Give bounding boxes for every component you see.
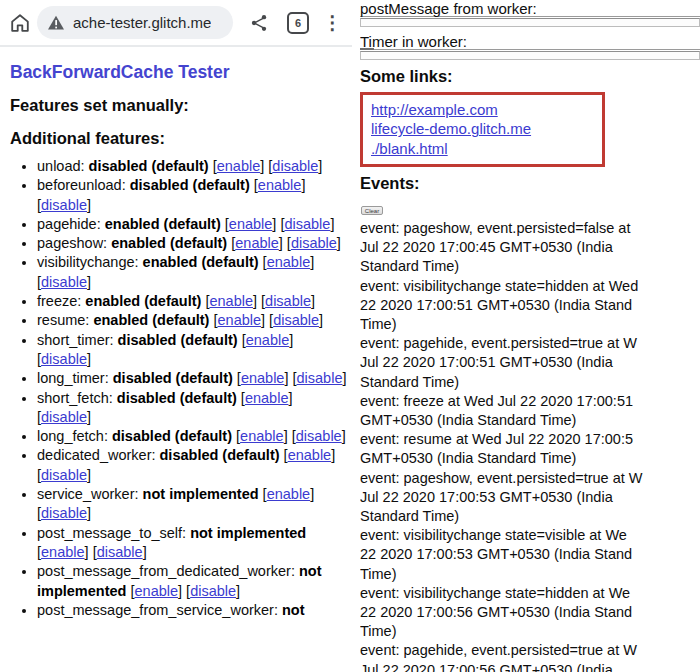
event-log-line: Jul 22 2020 17:00:45 GMT+0530 (India bbox=[360, 238, 700, 257]
event-log-line: 22 2020 17:00:51 GMT+0530 (India Stand bbox=[360, 296, 700, 315]
feature-item: beforeunload: disabled (default) [enable… bbox=[37, 176, 350, 215]
feature-item: short_fetch: disabled (default) [enable]… bbox=[37, 389, 350, 428]
feature-item: post_message_to_self: not implemented [e… bbox=[37, 524, 350, 563]
short_fetch-enable-link[interactable]: enable bbox=[245, 390, 289, 406]
beforeunload-enable-link[interactable]: enable bbox=[258, 177, 302, 193]
event-log-line: Jul 22 2020 17:00:51 GMT+0530 (India bbox=[360, 353, 700, 372]
event-log-line: GMT+0530 (India Standard Time) bbox=[360, 449, 700, 468]
tab-switcher-button[interactable]: 6 bbox=[287, 12, 309, 34]
pagehide-enable-link[interactable]: enable bbox=[229, 216, 273, 232]
annotation-red-box: http://example.comlifecycle-demo.glitch.… bbox=[360, 92, 605, 167]
event-log-line: 22 2020 17:00:56 GMT+0530 (India Stand bbox=[360, 603, 700, 622]
pagehide-disable-link[interactable]: disable bbox=[284, 216, 330, 232]
event-log-line: Jul 22 2020 17:00:56 GMT+0530 (India bbox=[360, 661, 700, 672]
feature-item: post_message_from_service_worker: not bbox=[37, 601, 350, 620]
long_fetch-enable-link[interactable]: enable bbox=[240, 428, 284, 444]
event-log-line: event: freeze at Wed Jul 22 2020 17:00:5… bbox=[360, 392, 700, 411]
event-log-line: Time) bbox=[360, 315, 700, 334]
url-text[interactable]: ache-tester.glitch.me bbox=[73, 14, 211, 31]
event-log-line: event: pageshow, event.persisted=false a… bbox=[360, 219, 700, 238]
event-log-line: event: pageshow, event.persisted=true at… bbox=[360, 469, 700, 488]
security-warning-icon[interactable] bbox=[47, 15, 65, 31]
feature-item: service_worker: not implemented [enable]… bbox=[37, 485, 350, 524]
worker-output-value-0 bbox=[360, 18, 700, 27]
long_timer-disable-link[interactable]: disable bbox=[297, 370, 343, 386]
share-icon[interactable] bbox=[247, 11, 271, 35]
worker-output-value-1 bbox=[360, 51, 700, 60]
heading-additional-features: Additional features: bbox=[10, 129, 350, 148]
beforeunload-disable-link[interactable]: disable bbox=[41, 197, 87, 213]
service_worker-enable-link[interactable]: enable bbox=[267, 486, 311, 502]
feature-item: short_timer: disabled (default) [enable]… bbox=[37, 331, 350, 370]
dedicated_worker-enable-link[interactable]: enable bbox=[288, 447, 332, 463]
post_message_to_self-disable-link[interactable]: disable bbox=[97, 544, 143, 560]
resume-disable-link[interactable]: disable bbox=[273, 312, 319, 328]
event-log-line: Time) bbox=[360, 622, 700, 641]
dedicated_worker-disable-link[interactable]: disable bbox=[41, 467, 87, 483]
post_message_to_self-enable-link[interactable]: enable bbox=[41, 544, 85, 560]
hr-fragment bbox=[360, 48, 374, 50]
event-log-line: Time) bbox=[360, 565, 700, 584]
unload-disable-link[interactable]: disable bbox=[272, 158, 318, 174]
event-log-line: 22 2020 17:00:53 GMT+0530 (India Stand bbox=[360, 545, 700, 564]
worker-output-label-1: Timer in worker: bbox=[360, 33, 700, 50]
feature-item: visibilitychange: enabled (default) [ena… bbox=[37, 253, 350, 292]
page-content-left: BackForwardCache Tester Features set man… bbox=[0, 62, 352, 620]
features-list: unload: disabled (default) [enable] [dis… bbox=[10, 157, 350, 620]
event-log-line: event: pagehide, event.persisted=true at… bbox=[360, 334, 700, 353]
unload-enable-link[interactable]: enable bbox=[217, 158, 261, 174]
feature-item: unload: disabled (default) [enable] [dis… bbox=[37, 157, 350, 176]
event-log-line: Standard Time) bbox=[360, 507, 700, 526]
event-log-line: Standard Time) bbox=[360, 373, 700, 392]
short_timer-disable-link[interactable]: disable bbox=[41, 351, 87, 367]
some-link-1[interactable]: lifecycle-demo.glitch.me bbox=[371, 119, 594, 138]
event-log-line: event: pagehide, event.persisted=true at… bbox=[360, 641, 700, 660]
tab-count: 6 bbox=[295, 17, 301, 29]
event-log-line: Jul 22 2020 17:00:53 GMT+0530 (India bbox=[360, 488, 700, 507]
worker-output-label-0: postMessage from worker: bbox=[360, 0, 700, 17]
event-log-line: GMT+0530 (India Standard Time) bbox=[360, 411, 700, 430]
browser-toolbar: ache-tester.glitch.me 6 ⋮ bbox=[0, 0, 352, 47]
address-bar[interactable]: ache-tester.glitch.me bbox=[37, 6, 233, 39]
feature-item: pageshow: enabled (default) [enable] [di… bbox=[37, 234, 350, 253]
event-log-line: event: resume at Wed Jul 22 2020 17:00:5 bbox=[360, 430, 700, 449]
some-link-2[interactable]: ./blank.html bbox=[371, 139, 594, 158]
overflow-menu-icon[interactable]: ⋮ bbox=[323, 13, 342, 32]
service_worker-disable-link[interactable]: disable bbox=[41, 505, 87, 521]
visibilitychange-enable-link[interactable]: enable bbox=[267, 254, 311, 270]
pageshow-enable-link[interactable]: enable bbox=[235, 235, 279, 251]
heading-events: Events: bbox=[360, 174, 700, 193]
resume-enable-link[interactable]: enable bbox=[218, 312, 262, 328]
page-crop-right: postMessage from worker:Timer in worker:… bbox=[360, 0, 700, 672]
freeze-disable-link[interactable]: disable bbox=[265, 293, 311, 309]
some-link-0[interactable]: http://example.com bbox=[371, 100, 594, 119]
feature-item: post_message_from_dedicated_worker: not … bbox=[37, 562, 350, 601]
event-log-line: Standard Time) bbox=[360, 257, 700, 276]
page-title[interactable]: BackForwardCache Tester bbox=[10, 62, 350, 83]
long_fetch-disable-link[interactable]: disable bbox=[296, 428, 342, 444]
worker-outputs: postMessage from worker:Timer in worker: bbox=[360, 0, 700, 60]
feature-item: dedicated_worker: disabled (default) [en… bbox=[37, 446, 350, 485]
feature-item: long_fetch: disabled (default) [enable] … bbox=[37, 427, 350, 446]
browser-pane: ache-tester.glitch.me 6 ⋮ BackForwardCac… bbox=[0, 0, 352, 672]
short_fetch-disable-link[interactable]: disable bbox=[41, 409, 87, 425]
events-log: event: pageshow, event.persisted=false a… bbox=[360, 219, 700, 672]
feature-item: freeze: enabled (default) [enable] [disa… bbox=[37, 292, 350, 311]
event-log-line: event: visibilitychange state=visible at… bbox=[360, 526, 700, 545]
feature-item: pagehide: enabled (default) [enable] [di… bbox=[37, 215, 350, 234]
event-log-line: event: visibilitychange state=hidden at … bbox=[360, 277, 700, 296]
feature-item: long_timer: disabled (default) [enable] … bbox=[37, 369, 350, 388]
short_timer-enable-link[interactable]: enable bbox=[246, 332, 290, 348]
long_timer-enable-link[interactable]: enable bbox=[241, 370, 285, 386]
heading-some-links: Some links: bbox=[360, 67, 700, 86]
post_message_from_dedicated_worker-disable-link[interactable]: disable bbox=[190, 583, 236, 599]
heading-features-manual: Features set manually: bbox=[10, 96, 350, 115]
event-log-line: event: visibilitychange state=hidden at … bbox=[360, 584, 700, 603]
home-icon[interactable] bbox=[7, 10, 33, 36]
visibilitychange-disable-link[interactable]: disable bbox=[41, 274, 87, 290]
clear-events-button[interactable]: Clear bbox=[361, 206, 383, 215]
pageshow-disable-link[interactable]: disable bbox=[291, 235, 337, 251]
feature-item: resume: enabled (default) [enable] [disa… bbox=[37, 311, 350, 330]
post_message_from_dedicated_worker-enable-link[interactable]: enable bbox=[135, 583, 179, 599]
freeze-enable-link[interactable]: enable bbox=[209, 293, 253, 309]
